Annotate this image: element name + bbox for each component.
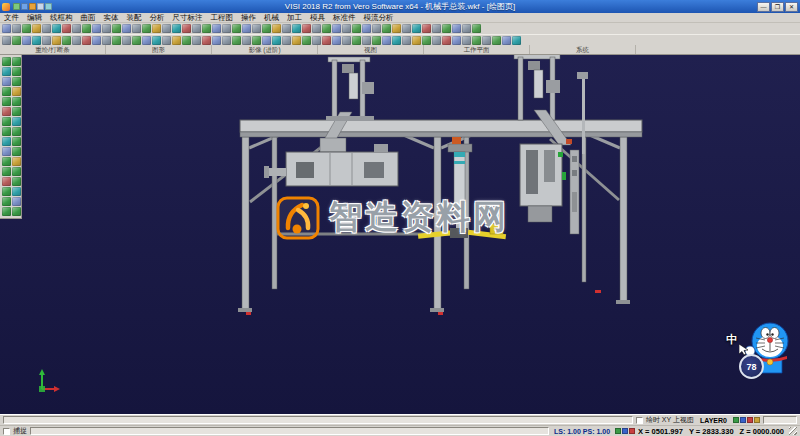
toolbar-icon[interactable]: [22, 24, 31, 33]
menu-item[interactable]: 模流分析: [360, 13, 398, 23]
toolbar-icon[interactable]: [222, 36, 231, 45]
color-chip[interactable]: [615, 428, 621, 434]
toolbar-icon[interactable]: [12, 157, 21, 166]
toolbar-icon[interactable]: [162, 24, 171, 33]
toolbar-icon[interactable]: [392, 24, 401, 33]
toolbar-icon[interactable]: [142, 24, 151, 33]
toolbar-icon[interactable]: [432, 24, 441, 33]
menu-item[interactable]: 实体: [100, 13, 123, 23]
toolbar-icon[interactable]: [2, 117, 11, 126]
color-chip[interactable]: [622, 428, 628, 434]
toolbar-icon[interactable]: [422, 24, 431, 33]
toolbar-icon[interactable]: [2, 197, 11, 206]
toolbar-icon[interactable]: [2, 67, 11, 76]
toolbar-icon[interactable]: [42, 36, 51, 45]
toolbar-icon[interactable]: [282, 36, 291, 45]
toolbar-icon[interactable]: [132, 24, 141, 33]
menu-item[interactable]: 工程图: [207, 13, 238, 23]
toolbar-icon[interactable]: [242, 24, 251, 33]
toolbar-icon[interactable]: [52, 24, 61, 33]
toolbar-icon[interactable]: [102, 24, 111, 33]
menu-item[interactable]: 尺寸标注: [169, 13, 207, 23]
toolbar-icon[interactable]: [72, 36, 81, 45]
quick-access-icon[interactable]: [21, 3, 28, 10]
toolbar-icon[interactable]: [332, 24, 341, 33]
toolbar-icon[interactable]: [272, 36, 281, 45]
toolbar-icon[interactable]: [412, 36, 421, 45]
menu-item[interactable]: 模具: [306, 13, 329, 23]
toolbar-icon[interactable]: [442, 36, 451, 45]
toolbar-icon[interactable]: [332, 36, 341, 45]
toolbar-icon[interactable]: [492, 36, 501, 45]
toolbar-icon[interactable]: [12, 77, 21, 86]
toolbar-icon[interactable]: [302, 24, 311, 33]
toolbar-icon[interactable]: [52, 36, 61, 45]
menu-item[interactable]: 曲面: [77, 13, 100, 23]
toolbar-icon[interactable]: [272, 24, 281, 33]
toolbar-icon[interactable]: [42, 24, 51, 33]
toolbar-icon[interactable]: [172, 36, 181, 45]
toolbar-icon[interactable]: [432, 36, 441, 45]
toolbar-icon[interactable]: [372, 24, 381, 33]
view-toggle-checkbox[interactable]: [636, 417, 643, 424]
snap-checkbox[interactable]: [3, 428, 10, 435]
toolbar-icon[interactable]: [362, 36, 371, 45]
toolbar-icon[interactable]: [12, 36, 21, 45]
toolbar-icon[interactable]: [452, 36, 461, 45]
toolbar-icon[interactable]: [292, 36, 301, 45]
toolbar-icon[interactable]: [12, 57, 21, 66]
toolbar-icon[interactable]: [402, 24, 411, 33]
toolbar-icon[interactable]: [142, 36, 151, 45]
toolbar-icon[interactable]: [12, 167, 21, 176]
toolbar-icon[interactable]: [302, 36, 311, 45]
maximize-button[interactable]: ❐: [771, 2, 784, 12]
toolbar-icon[interactable]: [22, 36, 31, 45]
toolbar-icon[interactable]: [192, 36, 201, 45]
toolbar-icon[interactable]: [112, 24, 121, 33]
toolbar-icon[interactable]: [322, 36, 331, 45]
toolbar-icon[interactable]: [12, 207, 21, 216]
toolbar-icon[interactable]: [202, 24, 211, 33]
toolbar-icon[interactable]: [2, 187, 11, 196]
feeder-box[interactable]: [264, 138, 398, 186]
resize-grip[interactable]: [789, 427, 797, 435]
toolbar-icon[interactable]: [32, 36, 41, 45]
toolbar-icon[interactable]: [12, 97, 21, 106]
menu-item[interactable]: 操作: [237, 13, 260, 23]
toolbar-icon[interactable]: [2, 107, 11, 116]
minimize-button[interactable]: —: [757, 2, 770, 12]
press-assembly[interactable]: [520, 139, 579, 234]
toolbar-icon[interactable]: [2, 36, 11, 45]
toolbar-icon[interactable]: [2, 167, 11, 176]
toolbar-icon[interactable]: [112, 36, 121, 45]
toolbar-icon[interactable]: [312, 36, 321, 45]
toolbar-icon[interactable]: [12, 107, 21, 116]
toolbar-icon[interactable]: [62, 24, 71, 33]
toolbar-icon[interactable]: [12, 177, 21, 186]
toolbar-icon[interactable]: [352, 24, 361, 33]
toolbar-icon[interactable]: [122, 36, 131, 45]
quick-access-icon[interactable]: [45, 3, 52, 10]
toolbar-icon[interactable]: [282, 24, 291, 33]
color-chip[interactable]: [629, 428, 635, 434]
quick-access-icon[interactable]: [37, 3, 44, 10]
toolbar-icon[interactable]: [2, 137, 11, 146]
toolbar-icon[interactable]: [2, 57, 11, 66]
toolbar-icon[interactable]: [192, 24, 201, 33]
toolbar-icon[interactable]: [62, 36, 71, 45]
toolbar-icon[interactable]: [252, 36, 261, 45]
toolbar-icon[interactable]: [292, 24, 301, 33]
toolbar-icon[interactable]: [512, 36, 521, 45]
toolbar-icon[interactable]: [472, 36, 481, 45]
color-chip[interactable]: [747, 417, 753, 423]
toolbar-icon[interactable]: [32, 24, 41, 33]
toolbar-icon[interactable]: [382, 24, 391, 33]
toolbar-icon[interactable]: [352, 36, 361, 45]
toolbar-icon[interactable]: [82, 36, 91, 45]
toolbar-icon[interactable]: [372, 36, 381, 45]
toolbar-icon[interactable]: [422, 36, 431, 45]
toolbar-icon[interactable]: [362, 24, 371, 33]
toolbar-icon[interactable]: [212, 24, 221, 33]
toolbar-icon[interactable]: [182, 24, 191, 33]
quick-access-icon[interactable]: [13, 3, 20, 10]
